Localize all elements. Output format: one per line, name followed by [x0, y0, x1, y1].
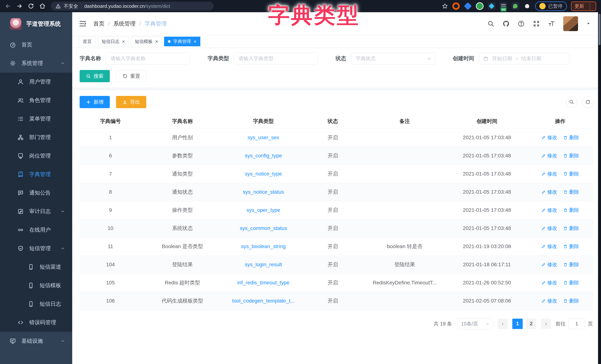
dict-type-link[interactable]: sys_boolean_string [241, 243, 286, 249]
sidebar-item-dept-management[interactable]: 部门管理 [0, 128, 72, 147]
prev-page-button[interactable]: ‹ [498, 319, 508, 329]
edit-link[interactable]: 修改 [541, 225, 557, 232]
export-button[interactable]: 导出 [116, 96, 146, 108]
reload-icon[interactable] [28, 3, 34, 9]
tab-home[interactable]: 首页 [79, 37, 96, 46]
next-page-button[interactable]: › [541, 319, 551, 329]
extension-icon-list[interactable]: on [500, 2, 507, 10]
dict-type-link[interactable]: sys_notice_type [245, 171, 282, 177]
goto-page-input[interactable] [569, 318, 585, 329]
breadcrumb-system[interactable]: 系统管理 [113, 20, 136, 28]
page-button-1[interactable]: 1 [512, 319, 523, 329]
font-size-icon[interactable] [548, 20, 555, 27]
tab-sms-log[interactable]: 短信日志× [98, 37, 129, 46]
sidebar-item-post-management[interactable]: 岗位管理 [0, 147, 72, 165]
tab-close-icon[interactable]: × [122, 39, 125, 44]
start-date-placeholder[interactable]: 开始日期 [492, 55, 512, 62]
profile-paused-chip[interactable]: 已暂停 [535, 1, 567, 11]
reset-button[interactable]: 重置 [116, 70, 147, 82]
edit-link[interactable]: 修改 [541, 261, 557, 268]
sidebar-item-user-management[interactable]: 用户管理 [0, 72, 72, 91]
sidebar-item-online-users[interactable]: 在线用户 [0, 221, 72, 239]
delete-link[interactable]: 删除 [563, 261, 579, 268]
edit-link[interactable]: 修改 [541, 152, 557, 159]
dict-name-input[interactable] [106, 53, 190, 64]
delete-link[interactable]: 删除 [563, 207, 579, 213]
refresh-table-button[interactable] [582, 96, 594, 108]
tab-dict-management[interactable]: 字典管理× [164, 37, 200, 46]
dict-type-link[interactable]: sys_user_sex [248, 135, 279, 140]
address-bar[interactable]: 不安全 dashboard.yudao.iocoder.cn/system/di… [51, 2, 214, 10]
home-icon[interactable] [39, 3, 46, 9]
edit-link[interactable]: 修改 [541, 243, 557, 250]
sidebar-item-system-management[interactable]: 系统管理 [0, 54, 72, 72]
extension-icon-diamond[interactable] [488, 2, 495, 10]
status-select-input[interactable] [351, 53, 435, 64]
delete-link[interactable]: 删除 [563, 243, 579, 250]
extension-icon-green[interactable] [476, 2, 484, 10]
tab-close-icon[interactable]: × [193, 39, 196, 44]
bookmark-star-icon[interactable] [442, 3, 448, 9]
sidebar-toggle-icon[interactable] [79, 20, 87, 28]
sidebar-item-home[interactable]: 首页 [0, 36, 72, 54]
delete-link[interactable]: 删除 [563, 134, 579, 141]
user-avatar[interactable] [563, 16, 578, 31]
dict-type-link[interactable]: sys_oper_type [246, 207, 280, 213]
help-icon[interactable] [518, 20, 525, 27]
dict-type-link[interactable]: inf_redis_timeout_type [237, 280, 290, 285]
tab-close-icon[interactable]: × [155, 39, 158, 44]
edit-link[interactable]: 修改 [541, 207, 557, 213]
extension-icon-gem[interactable] [464, 2, 472, 10]
breadcrumb-home[interactable]: 首页 [93, 20, 104, 28]
sidebar-item-audit-log[interactable]: 审计日志 [0, 202, 72, 221]
sidebar-item-role-management[interactable]: 角色管理 [0, 91, 72, 110]
dict-type-link[interactable]: sys_login_result [245, 262, 282, 267]
sidebar-item-sms-template[interactable]: 短信模板 [0, 276, 72, 295]
status-select[interactable] [351, 53, 435, 64]
scrollbar-thumb[interactable] [599, 14, 601, 45]
edit-link[interactable]: 修改 [541, 279, 557, 286]
edit-link[interactable]: 修改 [541, 298, 557, 304]
back-icon[interactable] [5, 3, 11, 9]
sidebar-item-error-code-management[interactable]: 错误码管理 [0, 313, 72, 332]
page-button-2[interactable]: 2 [526, 319, 536, 329]
delete-link[interactable]: 删除 [563, 152, 579, 159]
sidebar-item-sms-management[interactable]: 短信管理 [0, 239, 72, 258]
tab-sms-template[interactable]: 短信模板× [131, 37, 162, 46]
delete-link[interactable]: 删除 [563, 225, 579, 232]
search-button[interactable]: 搜索 [80, 70, 110, 82]
sidebar-item-sms-channel[interactable]: 短信渠道 [0, 258, 72, 276]
browser-update-button[interactable]: 更新 ⋮ [571, 1, 596, 11]
scrollbar-track[interactable] [598, 12, 601, 364]
search-icon[interactable] [487, 20, 494, 27]
page-size-select[interactable]: 10条/页 [458, 318, 493, 329]
extension-icon-person[interactable] [523, 2, 531, 10]
delete-link[interactable]: 删除 [563, 189, 579, 195]
dict-type-link[interactable]: sys_config_type [245, 153, 282, 159]
dict-type-link[interactable]: sys_common_status [240, 225, 287, 231]
extension-icon-orange[interactable] [452, 2, 460, 10]
edit-link[interactable]: 修改 [541, 189, 557, 195]
sidebar-item-menu-management[interactable]: 菜单管理 [0, 110, 72, 128]
edit-link[interactable]: 修改 [541, 134, 557, 141]
browser-menu-icon[interactable]: ⋮ [587, 3, 593, 9]
sidebar-item-notice-announcement[interactable]: 通知公告 [0, 184, 72, 202]
date-range-picker[interactable]: 开始日期 - 结束日期 [479, 53, 569, 64]
delete-link[interactable]: 删除 [563, 171, 579, 177]
end-date-placeholder[interactable]: 结束日期 [521, 55, 541, 62]
sidebar-logo-row[interactable]: 芋道管理系统 [0, 12, 72, 36]
extension-icon-plant[interactable] [511, 2, 519, 10]
sidebar-item-infrastructure[interactable]: 基础设施 [0, 332, 72, 350]
dict-type-input[interactable] [234, 53, 318, 64]
forward-icon[interactable] [16, 3, 23, 9]
fullscreen-icon[interactable] [533, 20, 540, 27]
delete-link[interactable]: 删除 [563, 279, 579, 286]
sidebar-item-sms-log[interactable]: 短信日志 [0, 295, 72, 313]
edit-link[interactable]: 修改 [541, 171, 557, 177]
delete-link[interactable]: 删除 [563, 298, 579, 304]
chevron-down-icon[interactable] [586, 21, 591, 26]
github-icon[interactable] [502, 20, 510, 27]
add-button[interactable]: 新增 [80, 96, 110, 108]
dict-type-link[interactable]: sys_notice_status [243, 189, 284, 195]
sidebar-item-dict-management[interactable]: 字典管理 [0, 165, 72, 184]
